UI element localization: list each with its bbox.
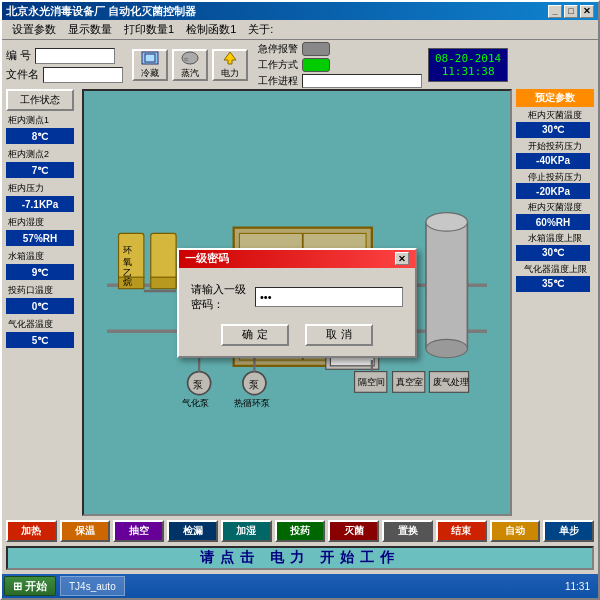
dialog-close-button[interactable]: ✕ xyxy=(395,252,409,265)
confirm-button[interactable]: 确 定 xyxy=(221,324,289,346)
dialog-input-row: 请输入一级密码： xyxy=(191,282,403,312)
sensor-value-5: 9℃ xyxy=(6,264,74,280)
main-content: 编 号 文件名 冷藏 ≈ xyxy=(2,40,598,574)
cancel-button[interactable]: 取 消 xyxy=(305,324,373,346)
menu-about[interactable]: 关于: xyxy=(242,20,279,39)
sensor-label-3: 柜内压力 xyxy=(6,181,78,196)
number-row: 编 号 xyxy=(6,48,126,64)
close-button[interactable]: ✕ xyxy=(580,5,594,18)
preset-label-5: 水箱温度上限 xyxy=(516,233,594,244)
refrigeration-label: 冷藏 xyxy=(141,67,159,80)
preset-value-2: -40KPa xyxy=(516,153,590,169)
file-info: 编 号 文件名 xyxy=(6,48,126,83)
date-display: 08-20-2014 xyxy=(435,52,501,65)
steam-button[interactable]: ≈ 蒸汽 xyxy=(172,49,208,81)
sensor-value-7: 5℃ xyxy=(6,332,74,348)
start-button[interactable]: ⊞ 开始 xyxy=(4,576,56,596)
humidify-button[interactable]: 加湿 xyxy=(221,520,272,542)
preset-value-5: 30℃ xyxy=(516,245,590,261)
progress-bar xyxy=(302,74,422,88)
preset-vaporizer-temp-limit: 气化器温度上限 35℃ xyxy=(516,264,594,292)
replace-button[interactable]: 置换 xyxy=(382,520,433,542)
power-label: 电力 xyxy=(221,67,239,80)
taskbar-task[interactable]: TJ4s_auto xyxy=(60,576,125,596)
dialog-overlay: 一级密码 ✕ 请输入一级密码： 确 定 取 消 xyxy=(84,91,510,514)
preset-value-4: 60%RH xyxy=(516,214,590,230)
work-progress-row: 工作进程 xyxy=(258,74,422,88)
minimize-button[interactable]: _ xyxy=(548,5,562,18)
vacuum-button[interactable]: 抽空 xyxy=(113,520,164,542)
sensor-value-4: 57%RH xyxy=(6,230,74,246)
preset-value-3: -20KPa xyxy=(516,183,590,199)
svg-marker-4 xyxy=(224,52,236,64)
time-display: 11:31:38 xyxy=(435,65,501,78)
end-button[interactable]: 结束 xyxy=(436,520,487,542)
work-mode-indicator xyxy=(302,58,330,72)
dialog-buttons: 确 定 取 消 xyxy=(191,324,403,346)
number-input[interactable] xyxy=(35,48,115,64)
alarm-label: 急停报警 xyxy=(258,42,298,56)
alarm-section: 急停报警 工作方式 工作进程 xyxy=(258,42,422,88)
top-bar: 编 号 文件名 冷藏 ≈ xyxy=(6,44,594,86)
bottom-buttons: 加热 保温 抽空 检漏 加湿 投药 灭菌 置换 结束 自动 单步 xyxy=(6,519,594,543)
window-title: 北京永光消毒设备厂 自动化灭菌控制器 xyxy=(6,4,196,19)
center-area: 工作状态 柜内测点1 8℃ 柜内测点2 7℃ 柜内压力 -7.1KPa 柜内湿度… xyxy=(6,89,594,516)
preset-label-6: 气化器温度上限 xyxy=(516,264,594,275)
sensor-vaporizer-temp: 气化器温度 5℃ xyxy=(6,317,78,348)
title-bar-buttons: _ □ ✕ xyxy=(548,5,594,18)
sterilize-button[interactable]: 灭菌 xyxy=(328,520,379,542)
preset-sterilize-temp: 柜内灭菌温度 30℃ xyxy=(516,110,594,138)
preset-label-2: 开始投药压力 xyxy=(516,141,594,152)
insulate-button[interactable]: 保温 xyxy=(60,520,111,542)
sensor-label-5: 水箱温度 xyxy=(6,249,78,264)
filename-row: 文件名 xyxy=(6,67,126,83)
sensor-label-4: 柜内湿度 xyxy=(6,215,78,230)
status-text: 请点击 电力 开始工作 xyxy=(200,549,400,567)
heat-button[interactable]: 加热 xyxy=(6,520,57,542)
work-status-button[interactable]: 工作状态 xyxy=(6,89,74,111)
step-button[interactable]: 单步 xyxy=(543,520,594,542)
svg-text:≈: ≈ xyxy=(184,55,189,64)
sensor-value-6: 0℃ xyxy=(6,298,74,314)
preset-label-4: 柜内灭菌湿度 xyxy=(516,202,594,213)
password-dialog: 一级密码 ✕ 请输入一级密码： 确 定 取 消 xyxy=(177,248,417,358)
work-progress-label: 工作进程 xyxy=(258,74,298,88)
filename-input[interactable] xyxy=(43,67,123,83)
menu-print[interactable]: 打印数量1 xyxy=(118,20,180,39)
password-input[interactable] xyxy=(255,287,403,307)
refrigeration-button[interactable]: 冷藏 xyxy=(132,49,168,81)
steam-icon: ≈ xyxy=(180,50,200,66)
menu-bar: 设置参数 显示数量 打印数量1 检制函数1 关于: xyxy=(2,20,598,40)
sensor-value-3: -7.1KPa xyxy=(6,196,74,212)
dialog-title-text: 一级密码 xyxy=(185,251,229,266)
menu-display[interactable]: 显示数量 xyxy=(62,20,118,39)
sensor-water-temp: 水箱温度 9℃ xyxy=(6,249,78,280)
maximize-button[interactable]: □ xyxy=(564,5,578,18)
dialog-body: 请输入一级密码： 确 定 取 消 xyxy=(179,268,415,356)
sensor-label-1: 柜内测点1 xyxy=(6,113,78,128)
dialog-prompt: 请输入一级密码： xyxy=(191,282,247,312)
sensor-label-6: 投药口温度 xyxy=(6,283,78,298)
alarm-row: 急停报警 xyxy=(258,42,422,56)
taskbar-clock: 11:31 xyxy=(559,581,596,592)
filename-label: 文件名 xyxy=(6,67,39,82)
sensor-value-1: 8℃ xyxy=(6,128,74,144)
power-icon xyxy=(220,50,240,66)
taskbar: ⊞ 开始 TJ4s_auto 11:31 xyxy=(2,574,598,598)
refrigeration-icon xyxy=(140,50,160,66)
leak-check-button[interactable]: 检漏 xyxy=(167,520,218,542)
title-bar: 北京永光消毒设备厂 自动化灭菌控制器 _ □ ✕ xyxy=(2,2,598,20)
dose-button[interactable]: 投药 xyxy=(275,520,326,542)
menu-control[interactable]: 检制函数1 xyxy=(180,20,242,39)
preset-water-temp-limit: 水箱温度上限 30℃ xyxy=(516,233,594,261)
menu-settings[interactable]: 设置参数 xyxy=(6,20,62,39)
auto-button[interactable]: 自动 xyxy=(490,520,541,542)
dialog-title-bar: 一级密码 ✕ xyxy=(179,250,415,268)
preset-label-1: 柜内灭菌温度 xyxy=(516,110,594,121)
sensor-cabinet-pressure: 柜内压力 -7.1KPa xyxy=(6,181,78,212)
datetime-box: 08-20-2014 11:31:38 xyxy=(428,48,508,82)
right-panel: 预定参数 柜内灭菌温度 30℃ 开始投药压力 -40KPa 停止投药压力 -20… xyxy=(516,89,594,516)
steam-label: 蒸汽 xyxy=(181,67,199,80)
preset-value-1: 30℃ xyxy=(516,122,590,138)
power-button[interactable]: 电力 xyxy=(212,49,248,81)
